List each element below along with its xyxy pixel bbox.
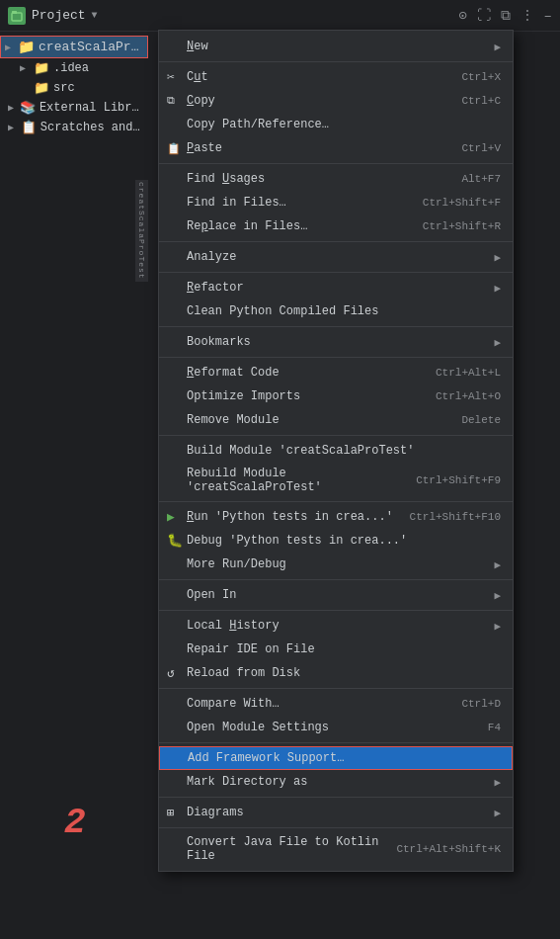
- menu-paste-shortcut: Ctrl+V: [461, 142, 501, 154]
- separator-14: [159, 827, 513, 828]
- menu-more-run-label: More Run/Debug: [187, 557, 494, 571]
- menu-find-in-files-label: Find in Files…: [187, 196, 411, 210]
- menu-cut-label: Cut: [187, 70, 449, 84]
- top-toolbar: Project ▼ ⊙ ⛶ ⧉ ⋮ –: [0, 0, 560, 32]
- search-icon[interactable]: ⊙: [458, 7, 466, 24]
- menu-new-arrow: ▶: [494, 41, 501, 53]
- menu-item-reformat[interactable]: Reformat Code Ctrl+Alt+L: [159, 361, 513, 384]
- menu-replace-shortcut: Ctrl+Shift+R: [423, 220, 501, 232]
- menu-item-local-history[interactable]: Local History ▶: [159, 614, 513, 638]
- menu-analyze-label: Analyze: [187, 250, 494, 264]
- menu-item-mark-directory[interactable]: Mark Directory as ▶: [159, 770, 513, 794]
- menu-remove-module-shortcut: Delete: [461, 414, 501, 426]
- menu-run-python-label: Run 'Python tests in crea...': [187, 510, 398, 524]
- project-icon: [8, 7, 26, 25]
- menu-module-settings-shortcut: F4: [488, 722, 501, 733]
- menu-rebuild-label: Rebuild Module 'creatScalaProTest': [187, 467, 404, 494]
- menu-item-repair-ide[interactable]: Repair IDE on File: [159, 638, 513, 661]
- menu-item-convert-java[interactable]: Convert Java File to Kotlin File Ctrl+Al…: [159, 831, 513, 867]
- menu-item-new[interactable]: New ▶: [159, 35, 513, 58]
- menu-find-usages-shortcut: Alt+F7: [461, 173, 501, 185]
- idea-folder-icon: 📁: [34, 60, 49, 76]
- sidebar-project-root-label: creatScalaProTe: [39, 40, 143, 54]
- separator-1: [159, 61, 513, 62]
- separator-4: [159, 272, 513, 273]
- toolbar-left: Project ▼: [8, 7, 458, 25]
- menu-debug-python-label: Debug 'Python tests in crea...': [187, 534, 501, 548]
- menu-item-remove-module[interactable]: Remove Module Delete: [159, 408, 513, 432]
- sidebar-item-idea[interactable]: ▶ 📁 .idea: [0, 58, 148, 78]
- menu-module-settings-label: Open Module Settings: [187, 721, 476, 734]
- menu-refactor-label: Refactor: [187, 281, 494, 295]
- menu-analyze-arrow: ▶: [494, 251, 501, 264]
- run-python-icon: ▶: [167, 509, 175, 525]
- sidebar-item-src[interactable]: 📁 src: [0, 78, 148, 98]
- menu-item-replace-in-files[interactable]: Replace in Files… Ctrl+Shift+R: [159, 214, 513, 238]
- menu-local-history-label: Local History: [187, 619, 494, 633]
- menu-item-copy-path[interactable]: Copy Path/Reference…: [159, 113, 513, 136]
- side-label-text: creatScalaProTest: [135, 180, 148, 282]
- diagrams-icon: ⊞: [167, 806, 174, 820]
- split-icon[interactable]: ⧉: [501, 8, 511, 24]
- menu-replace-label: Replace in Files…: [187, 219, 411, 233]
- menu-compare-label: Compare With…: [187, 697, 449, 711]
- sidebar-idea-label: .idea: [53, 61, 89, 75]
- src-folder-icon: 📁: [34, 80, 49, 96]
- menu-copy-label: Copy: [187, 94, 449, 108]
- menu-item-rebuild-module[interactable]: Rebuild Module 'creatScalaProTest' Ctrl+…: [159, 463, 513, 498]
- menu-local-history-arrow: ▶: [494, 620, 501, 633]
- menu-reload-label: Reload from Disk: [187, 666, 501, 680]
- expand-icon[interactable]: ⛶: [477, 8, 491, 24]
- menu-item-cut[interactable]: ✂ Cut Ctrl+X: [159, 65, 513, 89]
- menu-item-more-run[interactable]: More Run/Debug ▶: [159, 553, 513, 576]
- menu-item-module-settings[interactable]: Open Module Settings F4: [159, 716, 513, 739]
- menu-mark-directory-arrow: ▶: [494, 776, 501, 789]
- menu-item-debug-python[interactable]: 🐛 Debug 'Python tests in crea...': [159, 529, 513, 553]
- sidebar: ▶ 📁 creatScalaProTe ▶ 📁 .idea 📁 src ▶ 📚 …: [0, 32, 148, 939]
- menu-reformat-label: Reformat Code: [187, 366, 424, 380]
- menu-convert-java-label: Convert Java File to Kotlin File: [187, 835, 384, 863]
- separator-3: [159, 241, 513, 242]
- menu-diagrams-arrow: ▶: [494, 807, 501, 819]
- separator-12: [159, 742, 513, 743]
- sidebar-external-label: External Libraries: [40, 101, 140, 115]
- menu-copy-path-label: Copy Path/Reference…: [187, 118, 501, 131]
- minimize-icon[interactable]: –: [544, 8, 552, 24]
- separator-8: [159, 501, 513, 502]
- menu-bookmarks-label: Bookmarks: [187, 335, 494, 349]
- menu-open-in-arrow: ▶: [494, 589, 501, 602]
- menu-item-refactor[interactable]: Refactor ▶: [159, 276, 513, 299]
- expand-arrow-scratches: ▶: [8, 122, 17, 133]
- menu-item-open-in[interactable]: Open In ▶: [159, 583, 513, 607]
- menu-build-label: Build Module 'creatScalaProTest': [187, 444, 501, 458]
- menu-item-optimize[interactable]: Optimize Imports Ctrl+Alt+O: [159, 384, 513, 408]
- menu-item-add-framework[interactable]: Add Framework Support…: [159, 746, 513, 770]
- menu-item-reload[interactable]: ↺ Reload from Disk: [159, 661, 513, 685]
- menu-find-usages-label: Find Usages: [187, 172, 449, 186]
- menu-rebuild-shortcut: Ctrl+Shift+F9: [416, 474, 501, 486]
- separator-5: [159, 326, 513, 327]
- menu-item-find-in-files[interactable]: Find in Files… Ctrl+Shift+F: [159, 191, 513, 214]
- menu-item-compare[interactable]: Compare With… Ctrl+D: [159, 692, 513, 716]
- main-layout: ▶ 📁 creatScalaProTe ▶ 📁 .idea 📁 src ▶ 📚 …: [0, 32, 560, 939]
- sidebar-item-scratches[interactable]: ▶ 📋 Scratches and Co: [0, 118, 148, 137]
- menu-item-run-python[interactable]: ▶ Run 'Python tests in crea...' Ctrl+Shi…: [159, 505, 513, 529]
- menu-item-paste[interactable]: 📋 Paste Ctrl+V: [159, 136, 513, 160]
- menu-add-framework-label: Add Framework Support…: [188, 751, 500, 765]
- menu-item-build-module[interactable]: Build Module 'creatScalaProTest': [159, 439, 513, 463]
- menu-paste-label: Paste: [187, 141, 449, 155]
- menu-remove-module-label: Remove Module: [187, 413, 449, 427]
- menu-item-diagrams[interactable]: ⊞ Diagrams ▶: [159, 801, 513, 824]
- menu-item-find-usages[interactable]: Find Usages Alt+F7: [159, 167, 513, 191]
- sidebar-item-external-libraries[interactable]: ▶ 📚 External Libraries: [0, 98, 148, 118]
- menu-item-bookmarks[interactable]: Bookmarks ▶: [159, 330, 513, 354]
- menu-item-copy[interactable]: ⧉ Copy Ctrl+C: [159, 89, 513, 113]
- menu-item-analyze[interactable]: Analyze ▶: [159, 245, 513, 269]
- more-options-icon[interactable]: ⋮: [520, 7, 534, 24]
- menu-new-label: New: [187, 40, 494, 53]
- project-folder-icon: 📁: [18, 39, 35, 55]
- menu-item-clean-python[interactable]: Clean Python Compiled Files: [159, 299, 513, 323]
- project-dropdown-arrow[interactable]: ▼: [92, 10, 98, 21]
- menu-run-python-shortcut: Ctrl+Shift+F10: [410, 511, 501, 523]
- sidebar-item-project-root[interactable]: ▶ 📁 creatScalaProTe: [0, 36, 148, 58]
